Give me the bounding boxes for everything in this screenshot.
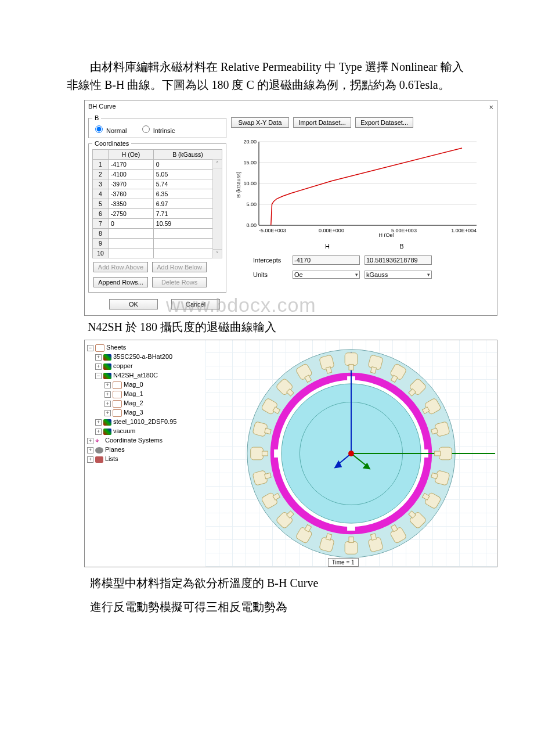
svg-text:0.00E+000: 0.00E+000 [319, 228, 344, 233]
table-row: 8 [93, 229, 222, 239]
model-window: −Sheets +35SC250-a-BHat200 +copper −N42S… [84, 340, 497, 567]
svg-rect-36 [349, 364, 353, 370]
svg-text:10.00: 10.00 [243, 181, 257, 186]
close-icon[interactable]: × [489, 103, 493, 111]
delete-rows-button[interactable]: Delete Rows [152, 277, 207, 287]
import-dataset-button[interactable]: Import Dataset... [293, 117, 351, 128]
intercept-h-field[interactable] [293, 255, 360, 265]
svg-rect-59 [345, 542, 358, 555]
tree-node-coordinate-systems[interactable]: Coordinate Systems [105, 437, 163, 444]
table-row: 1-41700 [93, 160, 222, 170]
add-row-below-button[interactable]: Add Row Below [152, 262, 207, 272]
table-row: 3-39705.74 [93, 179, 222, 189]
table-scrollbar[interactable]: ˄ ˅ [212, 159, 222, 258]
coordinates-table[interactable]: H (Oe) B (kGauss) 1-41700 2-41005.05 3-3… [92, 149, 222, 258]
table-row: 6-27507.71 [93, 209, 222, 219]
unit-b-select[interactable]: kGauss▾ [365, 271, 432, 279]
export-dataset-button[interactable]: Export Dataset... [355, 117, 413, 128]
table-row: 2-41005.05 [93, 170, 222, 179]
svg-text:-5.00E+003: -5.00E+003 [259, 228, 286, 233]
ok-button[interactable]: OK [109, 299, 158, 309]
table-row: 4-37606.35 [93, 189, 222, 199]
col-b-header: B (kGauss) [153, 150, 222, 160]
svg-text:B (kGauss): B (kGauss) [236, 171, 241, 197]
table-row: 9 [93, 239, 222, 249]
intro-paragraph: 由材料庫編輯永磁材料在 Relative Permeability 中 Type… [67, 58, 470, 94]
svg-rect-35 [345, 353, 358, 366]
radio-normal[interactable]: Normal [92, 127, 127, 134]
svg-text:5.00: 5.00 [246, 201, 257, 207]
tree-node-mag[interactable]: Mag_3 [124, 409, 143, 416]
svg-rect-48 [435, 451, 441, 456]
chevron-down-icon[interactable]: ˅ [213, 249, 222, 258]
bh-curve-chart: 0.00 5.00 10.00 15.00 20.00 -5.00E+003 0… [236, 132, 479, 237]
paragraph-2: 將模型中材料指定為欲分析溫度的 B-H Curve [67, 574, 470, 592]
svg-rect-60 [349, 537, 353, 543]
svg-point-34 [348, 451, 354, 456]
tree-node-sheets[interactable]: Sheets [106, 344, 126, 351]
add-row-above-button[interactable]: Add Row Above [93, 262, 148, 272]
dialog-title: BH Curve [88, 103, 116, 111]
chevron-up-icon[interactable]: ˄ [213, 160, 222, 168]
swap-xy-button[interactable]: Swap X-Y Data [231, 117, 289, 128]
table-row: 7010.59 [93, 219, 222, 229]
intercept-b-header: B [367, 243, 436, 250]
tree-node-material[interactable]: 35SC250-a-BHat200 [113, 353, 172, 360]
bh-curve-line [271, 148, 462, 225]
append-rows-button[interactable]: Append Rows... [93, 277, 148, 287]
paragraph-3: 進行反電動勢模擬可得三相反電動勢為 [67, 598, 470, 616]
tree-node-lists[interactable]: Lists [105, 455, 118, 462]
tree-node-material[interactable]: vacuum [113, 427, 136, 434]
tree-node-material[interactable]: steel_1010_2DSF0.95 [113, 418, 176, 425]
model-viewport[interactable]: Time = 1 [205, 340, 497, 567]
svg-rect-72 [262, 451, 268, 456]
svg-text:1.00E+004: 1.00E+004 [451, 228, 477, 233]
intercept-h-header: H [293, 243, 362, 250]
svg-rect-71 [251, 447, 264, 460]
tree-node-material[interactable]: copper [113, 362, 133, 369]
tree-node-mag[interactable]: Mag_0 [124, 381, 143, 388]
figure-caption-1: N42SH 於 180 攝氏度的退磁曲線輸入 [88, 319, 470, 335]
coordinates-fieldset: Coordinates H (Oe) B (kGauss) 1-41700 2-… [88, 140, 226, 293]
chevron-down-icon: ▾ [355, 272, 358, 278]
time-indicator: Time = 1 [328, 558, 359, 567]
svg-text:20.00: 20.00 [243, 139, 257, 145]
radio-intrinsic[interactable]: Intrinsic [139, 127, 175, 134]
svg-text:15.00: 15.00 [243, 160, 257, 165]
table-row: 10 [93, 249, 222, 258]
svg-text:0.00: 0.00 [246, 222, 257, 228]
chevron-down-icon: ▾ [427, 272, 430, 278]
cancel-button[interactable]: Cancel [171, 299, 220, 309]
intercept-b-field[interactable] [365, 255, 432, 265]
tree-node-planes[interactable]: Planes [105, 446, 125, 453]
svg-text:H (Oe): H (Oe) [379, 232, 395, 237]
model-tree[interactable]: −Sheets +35SC250-a-BHat200 +copper −N42S… [85, 340, 205, 567]
coordinates-legend: Coordinates [92, 140, 131, 147]
svg-text:5.00E+003: 5.00E+003 [391, 228, 417, 233]
bh-curve-dialog: BH Curve × B Normal Intrinsic Coordinate… [84, 100, 497, 316]
svg-rect-47 [439, 447, 452, 460]
units-label: Units [253, 271, 288, 278]
b-legend: B [92, 114, 101, 121]
col-h-header: H (Oe) [109, 150, 154, 160]
intercepts-label: Intercepts [253, 257, 288, 264]
b-fieldset: B Normal Intrinsic [88, 114, 226, 138]
table-row: 5-33506.97 [93, 199, 222, 209]
tree-node-mag[interactable]: Mag_2 [124, 399, 143, 406]
tree-node-material[interactable]: N42SH_at180C [113, 372, 158, 379]
unit-h-select[interactable]: Oe▾ [293, 271, 360, 279]
tree-node-mag[interactable]: Mag_1 [124, 390, 143, 397]
